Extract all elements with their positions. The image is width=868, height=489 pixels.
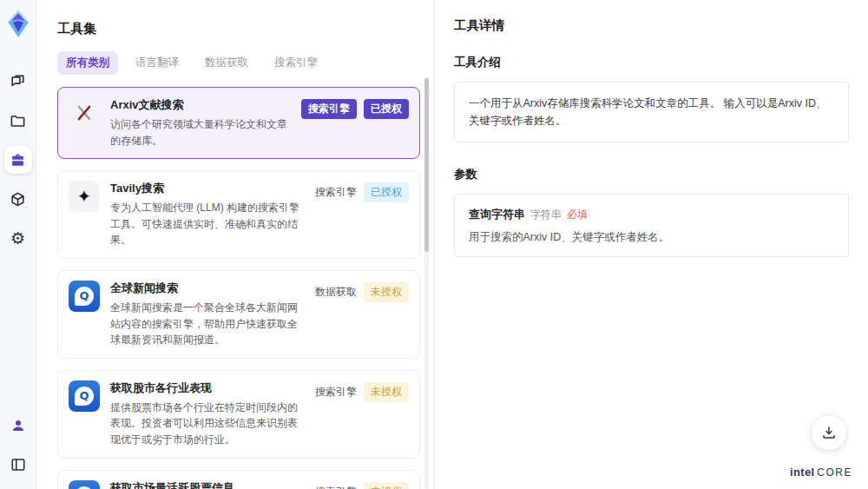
tool-name: 获取市场最活跃股票信息 bbox=[110, 480, 306, 489]
page-title: 工具集 bbox=[57, 21, 434, 37]
tab-1[interactable]: 语言翻译 bbox=[127, 51, 187, 75]
tool-card[interactable]: Q获取市场最活跃股票信息提供当天交易量最高的股票列表，投资者可以利用这些信息来识… bbox=[57, 470, 420, 489]
param-type: 字符串 bbox=[530, 208, 562, 221]
category-badge: 数据获取 bbox=[315, 282, 357, 302]
tab-3[interactable]: 搜索引擎 bbox=[266, 51, 326, 75]
chat-icon[interactable] bbox=[4, 68, 32, 96]
auth-badge: 已授权 bbox=[364, 99, 409, 119]
scrollbar-thumb[interactable] bbox=[424, 78, 429, 252]
param-list: 查询字符串字符串必填用于搜索的Arxiv ID、关键字或作者姓名。 bbox=[454, 194, 849, 257]
sidebar-nav: ⚙ bbox=[4, 68, 32, 252]
intro-heading: 工具介绍 bbox=[454, 55, 849, 70]
toolbox-icon[interactable] bbox=[4, 146, 32, 174]
cube-icon[interactable] bbox=[4, 185, 32, 213]
auth-badge: 未授权 bbox=[364, 482, 409, 489]
category-badge: 搜索引擎 bbox=[315, 182, 357, 202]
category-badge: 搜索引擎 bbox=[301, 99, 357, 119]
user-icon[interactable] bbox=[4, 412, 32, 439]
tool-description: 访问各个研究领域大量科学论文和文章的存储库。 bbox=[110, 116, 293, 149]
tool-description: 全球新闻搜索是一个聚合全球各大新闻网站内容的搜索引擎，帮助用户快速获取全球最新资… bbox=[110, 300, 306, 348]
param-card: 查询字符串字符串必填用于搜索的Arxiv ID、关键字或作者姓名。 bbox=[454, 194, 849, 257]
intro-text: 一个用于从Arxiv存储库搜索科学论文和文章的工具。 输入可以是Arxiv ID… bbox=[469, 97, 827, 127]
panel-toggle-icon[interactable] bbox=[4, 451, 32, 479]
param-name: 查询字符串 bbox=[469, 208, 525, 221]
tool-description: 专为人工智能代理 (LLM) 构建的搜索引擎工具。可快速提供实时、准确和真实的结… bbox=[110, 200, 306, 248]
folder-icon[interactable] bbox=[4, 107, 32, 135]
arxiv-logo-icon bbox=[69, 97, 100, 129]
tool-card[interactable]: ✦Tavily搜索专为人工智能代理 (LLM) 构建的搜索引擎工具。可快速提供实… bbox=[57, 170, 420, 259]
detail-title: 工具详情 bbox=[454, 17, 849, 34]
gear-icon: ⚙ bbox=[10, 230, 25, 247]
params-heading: 参数 bbox=[454, 167, 849, 182]
param-required-flag: 必填 bbox=[567, 208, 588, 221]
sparkle-icon: ✦ bbox=[69, 181, 100, 212]
settings-icon[interactable]: ⚙ bbox=[4, 224, 32, 252]
news-app-icon: Q bbox=[69, 281, 100, 312]
tool-name: Arxiv文献搜索 bbox=[110, 97, 293, 113]
download-icon bbox=[821, 425, 837, 440]
app-window: ⚙ 工具集 所有类别语言翻译数据获取搜索引擎 Arxiv文献搜索访问各个研究领域… bbox=[0, 0, 868, 489]
auth-badge: 未授权 bbox=[364, 282, 409, 302]
intel-core-logo: intel core bbox=[790, 466, 852, 479]
tool-name: 全球新闻搜索 bbox=[110, 281, 306, 296]
tool-card[interactable]: Q获取股市各行业表现提供股票市场各个行业在特定时间段内的表现。投资者可以利用这些… bbox=[57, 370, 420, 459]
tool-detail-panel: 工具详情 工具介绍 一个用于从Arxiv存储库搜索科学论文和文章的工具。 输入可… bbox=[434, 0, 868, 489]
news-app-icon: Q bbox=[69, 480, 100, 489]
auth-badge: 已授权 bbox=[364, 182, 409, 202]
icon-sidebar: ⚙ bbox=[0, 0, 36, 489]
tool-name: Tavily搜索 bbox=[110, 181, 306, 196]
category-badge: 搜索引擎 bbox=[315, 382, 357, 402]
toolset-panel: 工具集 所有类别语言翻译数据获取搜索引擎 Arxiv文献搜索访问各个研究领域大量… bbox=[36, 0, 434, 489]
scrollbar-track[interactable] bbox=[424, 76, 429, 489]
tab-2[interactable]: 数据获取 bbox=[196, 51, 257, 75]
tab-0[interactable]: 所有类别 bbox=[57, 51, 118, 75]
intro-card: 一个用于从Arxiv存储库搜索科学论文和文章的工具。 输入可以是Arxiv ID… bbox=[454, 82, 849, 142]
param-description: 用于搜索的Arxiv ID、关键字或作者姓名。 bbox=[469, 230, 834, 245]
auth-badge: 未授权 bbox=[364, 382, 409, 402]
tool-description: 提供股票市场各个行业在特定时间段内的表现。投资者可以利用这些信息来识别表现优于或… bbox=[110, 400, 306, 448]
category-tabs: 所有类别语言翻译数据获取搜索引擎 bbox=[57, 51, 434, 75]
download-button[interactable] bbox=[811, 414, 847, 451]
tool-card[interactable]: Arxiv文献搜索访问各个研究领域大量科学论文和文章的存储库。搜索引擎已授权 bbox=[57, 87, 420, 159]
news-app-icon: Q bbox=[69, 380, 100, 412]
tool-name: 获取股市各行业表现 bbox=[110, 380, 306, 396]
tool-list: Arxiv文献搜索访问各个研究领域大量科学论文和文章的存储库。搜索引擎已授权✦T… bbox=[57, 87, 434, 489]
category-badge: 搜索引擎 bbox=[315, 482, 357, 489]
tool-card[interactable]: Q全球新闻搜索全球新闻搜索是一个聚合全球各大新闻网站内容的搜索引擎，帮助用户快速… bbox=[57, 270, 420, 359]
sidebar-bottom bbox=[4, 412, 32, 479]
app-logo[interactable] bbox=[5, 9, 31, 38]
